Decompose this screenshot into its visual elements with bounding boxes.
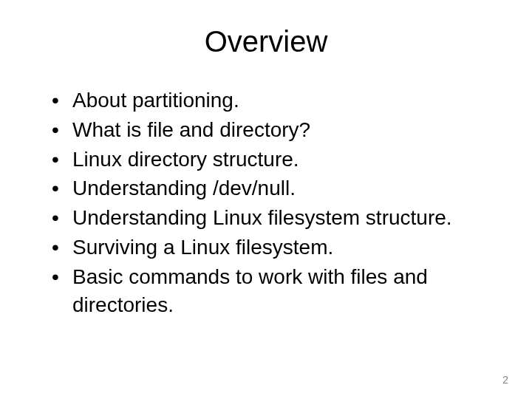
list-item: Understanding /dev/null. <box>52 174 495 202</box>
list-item: About partitioning. <box>52 86 495 115</box>
page-number: 2 <box>502 374 508 386</box>
list-item: Linux directory structure. <box>52 146 495 174</box>
list-item: Understanding Linux filesystem structure… <box>52 204 495 232</box>
list-item: Basic commands to work with files and di… <box>52 263 495 319</box>
bullet-list: About partitioning. What is file and dir… <box>37 86 495 318</box>
list-item: What is file and directory? <box>52 116 495 144</box>
list-item: Surviving a Linux filesystem. <box>52 233 495 262</box>
slide-title: Overview <box>37 25 495 58</box>
slide-container: Overview About partitioning. What is fil… <box>0 0 532 399</box>
